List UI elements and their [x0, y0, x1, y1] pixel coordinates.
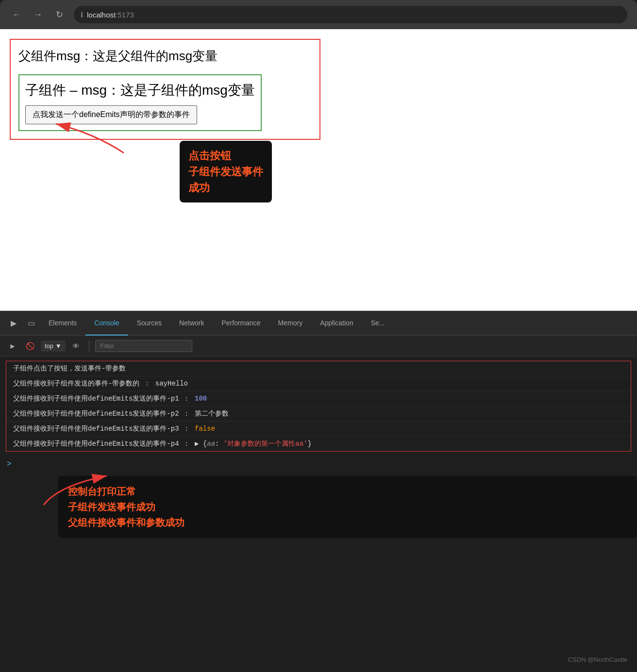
console-value-2: sayHello	[155, 380, 188, 387]
console-text-5: 父组件接收到子组件使用defineEmits发送的事件-p3 ：	[13, 424, 190, 433]
console-value-3: 100	[195, 395, 207, 403]
console-line-6: 父组件接收到子组件使用defineEmits发送的事件-p4 ： ▶ {aa: …	[6, 437, 631, 451]
info-icon: ℹ	[81, 11, 83, 18]
bottom-arrow-indicator	[39, 471, 117, 510]
console-line-2: 父组件接收到子组件发送的事件-带参数的 ： sayHello	[6, 376, 631, 391]
context-selector[interactable]: top ▼	[41, 340, 66, 352]
tab-console[interactable]: Console	[85, 311, 128, 336]
parent-component-box: 父组件msg：这是父组件的msg变量 子组件 – msg：这是子组件的msg变量…	[10, 39, 320, 140]
top-annotation-bubble: 点击按钮 子组件发送事件 成功	[180, 141, 272, 202]
console-line-3: 父组件接收到子组件使用defineEmits发送的事件-p1 ： 100	[6, 391, 631, 406]
mobile-icon[interactable]: ▭	[22, 315, 40, 332]
child-msg-text: 子组件 – msg：这是子组件的msg变量	[25, 81, 255, 100]
console-text-1: 子组件点击了按钮，发送事件-带参数	[13, 364, 126, 373]
block-icon[interactable]: 🚫	[23, 339, 37, 353]
tab-network[interactable]: Network	[170, 311, 213, 336]
console-value-4: 第二个参数	[195, 409, 229, 418]
forward-button[interactable]: →	[31, 8, 45, 21]
bottom-annotation-bubble: 控制台打印正常 子组件发送事件成功 父组件接收事件和参数成功	[58, 476, 637, 538]
console-text-4: 父组件接收到子组件使用defineEmits发送的事件-p2 ：	[13, 409, 190, 418]
browser-titlebar: ← → ↻ ℹ localhost:5173	[0, 0, 637, 29]
console-value-6: ▶ {aa: '对象参数的第一个属性aa'}	[195, 439, 312, 448]
csdn-watermark: CSDN @NorthCastle	[568, 656, 627, 663]
parent-msg-text: 父组件msg：这是父组件的msg变量	[18, 48, 312, 65]
devtools-panel: ▶ ▭ Elements Console Sources Network Per…	[0, 311, 637, 672]
url-display: localhost:5173	[87, 11, 134, 19]
divider	[89, 340, 89, 352]
console-line-4: 父组件接收到子组件使用defineEmits发送的事件-p2 ： 第二个参数	[6, 406, 631, 421]
tab-memory[interactable]: Memory	[269, 311, 312, 336]
tab-application[interactable]: Application	[311, 311, 362, 336]
tab-elements[interactable]: Elements	[40, 311, 85, 336]
run-icon[interactable]: ►	[6, 339, 19, 353]
console-text-2: 父组件接收到子组件发送的事件-带参数的 ：	[13, 379, 151, 388]
bottom-annotation-area: 控制台打印正常 子组件发送事件成功 父组件接收事件和参数成功	[0, 476, 637, 538]
refresh-button[interactable]: ↻	[52, 8, 66, 21]
console-text-3: 父组件接收到子组件使用defineEmits发送的事件-p1 ：	[13, 394, 190, 403]
console-value-5: false	[195, 425, 215, 433]
tab-sources[interactable]: Sources	[128, 311, 170, 336]
child-component-box: 子组件 – msg：这是子组件的msg变量 点我发送一个defineEmits声…	[18, 74, 262, 131]
browser-chrome: ← → ↻ ℹ localhost:5173 父组件msg：这是父组件的msg变…	[0, 0, 637, 311]
console-text-6: 父组件接收到子组件使用defineEmits发送的事件-p4 ：	[13, 439, 190, 448]
console-line-1: 子组件点击了按钮，发送事件-带参数	[6, 361, 631, 376]
console-cursor[interactable]: >	[0, 455, 637, 472]
emit-button[interactable]: 点我发送一个defineEmits声明的带参数的事件	[25, 105, 197, 124]
page-content: 父组件msg：这是父组件的msg变量 子组件 – msg：这是子组件的msg变量…	[0, 29, 637, 311]
eye-icon[interactable]: 👁	[69, 339, 83, 353]
address-bar[interactable]: ℹ localhost:5173	[74, 6, 627, 23]
devtools-tabs: ▶ ▭ Elements Console Sources Network Per…	[0, 311, 637, 336]
devtools-toolbar: ► 🚫 top ▼ 👁	[0, 336, 637, 357]
tab-performance[interactable]: Performance	[213, 311, 269, 336]
console-output-box: 子组件点击了按钮，发送事件-带参数 父组件接收到子组件发送的事件-带参数的 ： …	[6, 361, 631, 452]
tab-security[interactable]: Se...	[362, 311, 394, 336]
console-line-5: 父组件接收到子组件使用defineEmits发送的事件-p3 ： false	[6, 421, 631, 437]
back-button[interactable]: ←	[10, 8, 23, 21]
cursor-icon[interactable]: ▶	[5, 315, 22, 332]
filter-input[interactable]	[95, 340, 192, 352]
browser-viewport: 父组件msg：这是父组件的msg变量 子组件 – msg：这是子组件的msg变量…	[0, 29, 637, 311]
